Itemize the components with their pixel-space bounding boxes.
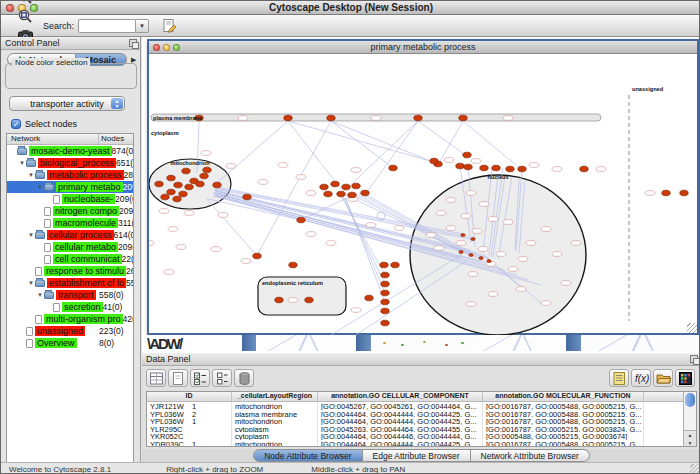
select-all-attributes-icon[interactable]: [190, 369, 210, 387]
network-node[interactable]: [471, 237, 475, 240]
network-node[interactable]: [253, 253, 261, 259]
background-window-fragment[interactable]: [371, 335, 474, 351]
network-node[interactable]: [297, 217, 305, 223]
tree-row-overview[interactable]: Overview8(0): [7, 337, 133, 349]
network-node[interactable]: [167, 175, 175, 181]
network-node[interactable]: [461, 233, 465, 236]
table-row[interactable]: YLR295Ccytoplasm[GO:0045263, GO:0044464,…: [147, 425, 683, 433]
network-node[interactable]: [391, 262, 399, 268]
network-node[interactable]: [275, 297, 283, 303]
network-node[interactable]: [337, 191, 345, 197]
zoom-fit-icon[interactable]: [15, 7, 35, 26]
background-window-fragment[interactable]: [256, 335, 356, 351]
tree-row-metabolic-process[interactable]: ▼metabolic process280(0): [7, 169, 133, 181]
network-node[interactable]: [200, 173, 208, 179]
network-node[interactable]: [185, 184, 193, 190]
tree-row-secretion[interactable]: secretion41(0): [7, 301, 133, 313]
network-node[interactable]: [381, 320, 389, 326]
network-node[interactable]: [348, 192, 356, 198]
background-window-fragment[interactable]: [581, 335, 699, 351]
network-canvas[interactable]: plasma membranecytoplasmmitochondrionnuc…: [149, 54, 697, 335]
network-node[interactable]: [155, 181, 163, 187]
network-node[interactable]: [479, 256, 483, 259]
network-node[interactable]: [680, 190, 688, 196]
window-resize-grip[interactable]: [687, 323, 697, 333]
network-node[interactable]: [492, 165, 500, 171]
network-node[interactable]: [352, 183, 360, 189]
network-node[interactable]: [365, 295, 373, 301]
network-node[interactable]: [381, 272, 389, 278]
network-node[interactable]: [469, 253, 473, 256]
background-window-border[interactable]: [356, 335, 371, 351]
network-node[interactable]: [327, 115, 335, 121]
scrollbar-thumb[interactable]: [685, 393, 695, 407]
network-node[interactable]: [243, 194, 251, 200]
table-row[interactable]: YJR121W__1mitochondrion[GO:0045267, GO:0…: [147, 402, 683, 410]
tree-row-multi-organism-pro[interactable]: multi-organism pro42(0): [7, 313, 133, 325]
tree-column-network[interactable]: Network: [7, 134, 99, 144]
float-data-panel-icon[interactable]: [690, 355, 698, 363]
matrix-icon[interactable]: [675, 369, 695, 387]
network-node[interactable]: [179, 191, 187, 197]
table-scrollbar[interactable]: ▲▼: [683, 392, 696, 446]
search-dropdown-arrow[interactable]: ▼: [136, 19, 149, 33]
expand-arrow-icon[interactable]: ▼: [27, 172, 35, 178]
function-builder-icon[interactable]: f(x): [631, 369, 651, 387]
expand-arrow-icon[interactable]: ▼: [36, 292, 44, 298]
network-node[interactable]: [480, 165, 488, 171]
background-window-border[interactable]: [566, 335, 581, 351]
network-node[interactable]: [381, 308, 389, 314]
table-row[interactable]: YPL036W__1mitochondrion[GO:0044464, GO:0…: [147, 417, 683, 425]
network-node[interactable]: [320, 184, 328, 190]
network-node[interactable]: [506, 166, 514, 172]
network-node[interactable]: [203, 167, 211, 173]
tree-row-cell-communicat[interactable]: cell communicat22(0): [7, 253, 133, 265]
network-node[interactable]: [662, 190, 670, 196]
network-node[interactable]: [389, 165, 397, 171]
new-attribute-icon[interactable]: [168, 369, 188, 387]
tab-edge-attribute-browser[interactable]: Edge Attribute Browser: [363, 449, 471, 462]
network-node[interactable]: [173, 196, 181, 202]
tree-row-unassigned[interactable]: unassigned223(0): [7, 325, 133, 337]
network-node[interactable]: [459, 115, 467, 121]
network-node[interactable]: [196, 181, 204, 187]
tree-row-primary-metabo[interactable]: ▼primary metabo209(...: [7, 181, 133, 193]
network-node[interactable]: [381, 281, 389, 287]
annotation-icon[interactable]: [609, 369, 629, 387]
network-node[interactable]: [289, 262, 297, 268]
network-node[interactable]: [456, 163, 464, 169]
select-nodes-checkbox[interactable]: ✓: [11, 119, 21, 129]
network-node[interactable]: [381, 290, 389, 296]
background-window-border[interactable]: [242, 335, 256, 351]
unselect-all-attributes-icon[interactable]: [212, 369, 232, 387]
network-node[interactable]: [174, 182, 182, 188]
network-node[interactable]: [463, 152, 471, 158]
tree-row-response-to-stimulu[interactable]: response to stimulu264(0): [7, 265, 133, 277]
search-input[interactable]: [78, 19, 136, 33]
network-node[interactable]: [430, 158, 438, 164]
tree-row-cellular-metabo[interactable]: cellular metabo209(0): [7, 241, 133, 253]
tree-row-transport[interactable]: ▼transport558(0): [7, 289, 133, 301]
tree-column-nodes[interactable]: Nodes: [99, 134, 133, 144]
tree-row-nitrogen-compo[interactable]: nitrogen compo209(0): [7, 205, 133, 217]
tree-row-cellular-process[interactable]: ▼cellular process614(0): [7, 229, 133, 241]
app-resize-grip[interactable]: [690, 464, 700, 474]
tab-network-attribute-browser[interactable]: Network Attribute Browser: [471, 449, 590, 462]
network-node[interactable]: [381, 299, 389, 305]
network-node[interactable]: [305, 297, 313, 303]
background-window-fragment[interactable]: \ADW/: [147, 335, 242, 351]
tree-row-mosaic-demo-yeast[interactable]: mosaic-demo-yeast874(0): [7, 145, 133, 157]
attribute-select-icon[interactable]: [146, 369, 166, 387]
expand-arrow-icon[interactable]: ▼: [27, 280, 35, 286]
expand-arrow-icon[interactable]: ▼: [36, 184, 44, 190]
title-bar[interactable]: Cytoscape Desktop (New Session): [1, 1, 700, 15]
import-attributes-icon[interactable]: [653, 369, 673, 387]
float-panel-icon[interactable]: [129, 39, 137, 47]
color-attribute-dropdown[interactable]: transporter activity ▲▼: [9, 96, 125, 111]
tree-row-nucleobase-[interactable]: nucleobase-209(0): [7, 193, 133, 205]
network-node[interactable]: [342, 184, 350, 190]
select-nodes-option[interactable]: ✓ Select nodes: [11, 119, 77, 129]
expand-arrow-icon[interactable]: ▼: [18, 160, 26, 166]
column-header-3[interactable]: annotation.GO MOLECULAR_FUNCTION: [483, 392, 644, 401]
table-row[interactable]: YDR039C__1mitochondrion[GO:0044464, GO:0…: [147, 440, 683, 447]
